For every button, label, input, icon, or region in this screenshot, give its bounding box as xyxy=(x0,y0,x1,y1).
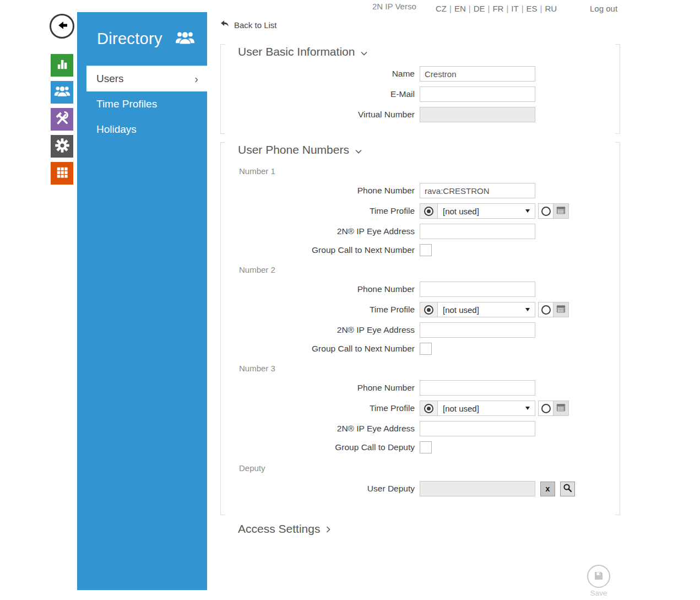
group-call-1-checkbox[interactable] xyxy=(420,244,432,256)
clear-deputy-button[interactable]: x xyxy=(540,482,555,496)
sidebar-item-users[interactable]: Users › xyxy=(86,66,207,91)
lang-de[interactable]: DE xyxy=(473,4,486,13)
time-profile-radio-unselected[interactable] xyxy=(541,207,551,216)
lang-it[interactable]: IT xyxy=(510,4,519,13)
time-profile-radio-unselected[interactable] xyxy=(541,404,551,413)
time-profile-widget: [not used] xyxy=(420,203,569,219)
time-profile-select[interactable]: [not used] xyxy=(438,302,535,317)
section-title-phones[interactable]: User Phone Numbers xyxy=(238,142,620,158)
form-row-email: E-Mail xyxy=(220,87,620,102)
field-label: 2N® IP Eye Address xyxy=(220,226,420,236)
time-profile-radio-cell xyxy=(420,204,438,218)
time-profile-alt-radio-cell xyxy=(539,204,553,218)
sidebar: Directory Users › Time Profiles xyxy=(77,12,207,590)
ip-eye-address-2-field[interactable] xyxy=(420,322,535,338)
caret-down-icon xyxy=(525,308,530,311)
form-row-phone-number-1: Phone Number xyxy=(220,183,620,198)
logout-link[interactable]: Log out xyxy=(590,4,617,13)
lang-separator: | xyxy=(467,4,473,13)
sidebar-header: Directory xyxy=(77,12,207,66)
sidebar-menu: Users › Time Profiles Holidays xyxy=(77,66,207,142)
gear-icon xyxy=(54,137,70,156)
calendar-button[interactable] xyxy=(553,401,568,415)
form-row-eye-address-3: 2N® IP Eye Address xyxy=(220,421,620,436)
number-1-heading: Number 1 xyxy=(239,166,620,176)
phone-number-3-field[interactable] xyxy=(420,380,535,396)
users-icon xyxy=(175,28,195,50)
calendar-button[interactable] xyxy=(553,204,568,218)
time-profile-value: [not used] xyxy=(443,404,525,413)
sidebar-item-holidays[interactable]: Holidays xyxy=(77,117,207,142)
lang-cz[interactable]: CZ xyxy=(435,4,448,13)
number-2-heading: Number 2 xyxy=(239,265,620,275)
search-icon xyxy=(563,483,572,494)
section-title-basic[interactable]: User Basic Information xyxy=(238,44,620,60)
sidebar-item-label: Users xyxy=(96,73,124,85)
calendar-icon xyxy=(556,403,566,414)
back-to-list-label: Back to List xyxy=(234,20,277,30)
calendar-button[interactable] xyxy=(553,302,568,317)
sidebar-item-label: Holidays xyxy=(96,123,137,136)
field-label: Group Call to Next Number xyxy=(220,245,420,255)
form-row-group-call-2: Group Call to Next Number xyxy=(220,343,620,355)
lang-es[interactable]: ES xyxy=(525,4,539,13)
time-profile-combo: [not used] xyxy=(420,302,535,317)
grid-icon xyxy=(55,165,69,182)
group-call-deputy-checkbox[interactable] xyxy=(420,441,432,453)
field-label: 2N® IP Eye Address xyxy=(220,325,420,335)
form-row-time-profile-1: Time Profile [not used] xyxy=(220,203,620,219)
nav-directory[interactable] xyxy=(51,81,73,104)
time-profile-radio-cell xyxy=(420,401,438,415)
lang-fr[interactable]: FR xyxy=(491,4,504,13)
phone-number-1-field[interactable] xyxy=(420,183,535,198)
search-deputy-button[interactable] xyxy=(560,482,575,496)
ip-eye-address-1-field[interactable] xyxy=(420,224,535,239)
lang-en[interactable]: EN xyxy=(453,4,467,13)
time-profile-alt-radio-cell xyxy=(539,302,553,317)
sidebar-item-time-profiles[interactable]: Time Profiles xyxy=(77,91,207,117)
phone-number-2-field[interactable] xyxy=(420,282,535,297)
back-button[interactable] xyxy=(50,14,74,39)
form-row-time-profile-2: Time Profile [not used] xyxy=(220,302,620,317)
nav-system[interactable] xyxy=(51,162,73,185)
floppy-disk-icon xyxy=(593,570,604,583)
time-profile-select[interactable]: [not used] xyxy=(438,204,535,218)
page-title: Directory xyxy=(97,30,162,48)
users-icon xyxy=(54,83,70,102)
field-label: 2N® IP Eye Address xyxy=(220,424,420,434)
lang-separator: | xyxy=(448,4,453,13)
section-title-text: Access Settings xyxy=(238,522,320,536)
time-profile-radio-selected[interactable] xyxy=(424,404,433,413)
ip-eye-address-3-field[interactable] xyxy=(420,421,535,436)
arrow-left-icon xyxy=(56,19,69,34)
group-call-2-checkbox[interactable] xyxy=(420,343,432,355)
time-profile-value: [not used] xyxy=(443,305,525,315)
email-field[interactable] xyxy=(420,87,535,102)
time-profile-radio-selected[interactable] xyxy=(424,305,433,315)
time-profile-radio-unselected[interactable] xyxy=(541,305,551,315)
time-profile-widget: [not used] xyxy=(420,302,569,317)
form-row-phone-number-2: Phone Number xyxy=(220,282,620,297)
name-field[interactable] xyxy=(420,66,535,82)
nav-hardware[interactable] xyxy=(51,108,73,131)
field-label: Virtual Number xyxy=(220,110,420,120)
time-profile-radio-cell xyxy=(420,302,438,317)
nav-services[interactable] xyxy=(51,135,73,158)
field-label: Phone Number xyxy=(220,186,420,196)
back-to-list-link[interactable]: Back to List xyxy=(220,20,277,30)
time-profile-widget: [not used] xyxy=(420,401,569,416)
user-deputy-field xyxy=(420,481,535,496)
nav-status[interactable] xyxy=(51,54,73,77)
field-label: Time Profile xyxy=(220,305,420,315)
page: 2N IP Verso CZ|EN|DE|FR|IT|ES|RU Log out xyxy=(0,0,700,600)
lang-ru[interactable]: RU xyxy=(544,4,558,13)
language-switcher: CZ|EN|DE|FR|IT|ES|RU xyxy=(435,4,558,13)
time-profile-alt-group xyxy=(538,302,569,317)
time-profile-radio-selected[interactable] xyxy=(424,207,433,216)
time-profile-select[interactable]: [not used] xyxy=(438,401,535,415)
save-button[interactable] xyxy=(587,565,610,588)
section-title-access[interactable]: Access Settings xyxy=(238,521,620,537)
form-row-group-call-1: Group Call to Next Number xyxy=(220,244,620,256)
section-user-phone-numbers: User Phone Numbers Number 1 Phone Number… xyxy=(220,142,620,515)
field-label: Time Profile xyxy=(220,206,420,216)
